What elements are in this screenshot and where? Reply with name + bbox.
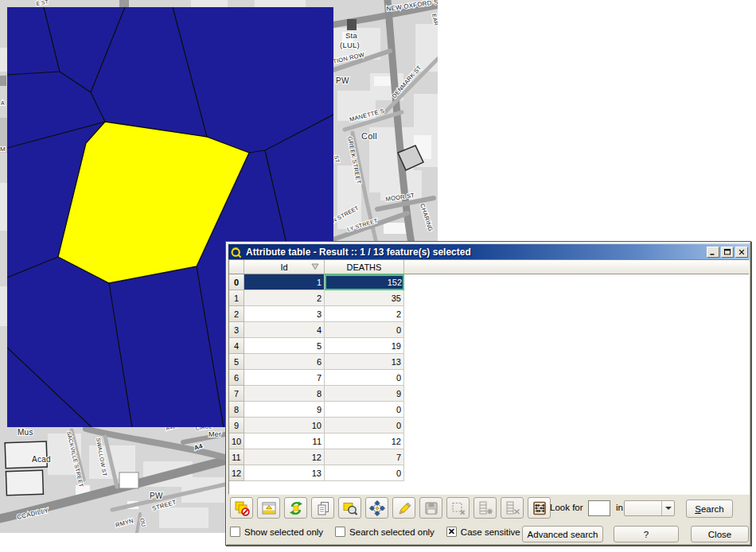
table-row[interactable]: 1235	[229, 290, 749, 306]
show-selected-only-label: Show selected only	[244, 527, 323, 537]
copy-selected-rows-button[interactable]	[311, 497, 334, 519]
table-row[interactable]: 101112	[229, 433, 749, 449]
pan-to-selected-button[interactable]	[365, 497, 388, 519]
deaths-cell[interactable]: 13	[325, 354, 404, 370]
id-cell[interactable]: 7	[244, 370, 325, 386]
row-header-cell[interactable]: 7	[229, 386, 244, 402]
row-header-cell[interactable]: 6	[229, 370, 244, 386]
deaths-cell[interactable]: 0	[325, 370, 404, 386]
pan-to-selected-icon	[369, 500, 385, 516]
move-selected-to-top-button[interactable]	[257, 497, 280, 519]
search-selected-only-checkbox[interactable]	[335, 527, 345, 537]
row-header-cell[interactable]: 11	[229, 449, 244, 465]
deaths-cell[interactable]: 152	[325, 274, 404, 290]
street-label: Mus	[18, 428, 33, 437]
invert-selection-button[interactable]	[284, 497, 307, 519]
table-row[interactable]: 4519	[229, 338, 749, 354]
search-selected-only-option[interactable]: Search selected only	[335, 527, 435, 537]
id-cell[interactable]: 11	[244, 433, 325, 449]
id-cell[interactable]: 5	[244, 338, 325, 354]
attribute-table: Id DEATHS 011521235232340451956136707898…	[228, 259, 750, 495]
minimize-icon	[708, 248, 718, 256]
row-header-cell[interactable]: 3	[229, 322, 244, 338]
toggle-editing-button[interactable]	[392, 497, 415, 519]
id-cell[interactable]: 6	[244, 354, 325, 370]
delete-selected-icon	[450, 500, 466, 516]
close-button[interactable]: Close	[691, 526, 749, 542]
case-sensitive-option[interactable]: ✕Case sensitive	[446, 527, 520, 537]
street-label: Mer	[208, 430, 221, 438]
row-header-cell[interactable]: 2	[229, 306, 244, 322]
field-combobox[interactable]	[624, 500, 675, 516]
delete-column-icon	[505, 500, 520, 516]
id-cell[interactable]: 13	[244, 465, 325, 481]
table-row[interactable]: 890	[229, 402, 749, 418]
deaths-cell[interactable]: 7	[325, 449, 404, 465]
window-titlebar[interactable]: Attribute table - Result :: 1 / 13 featu…	[228, 244, 750, 259]
case-sensitive-checkbox[interactable]: ✕	[446, 527, 457, 537]
minimize-button[interactable]	[707, 247, 719, 258]
row-header-cell[interactable]: 5	[229, 354, 244, 370]
deaths-cell[interactable]: 9	[325, 386, 404, 402]
row-header-cell[interactable]: 0	[229, 274, 244, 290]
deaths-cell[interactable]: 0	[325, 418, 404, 433]
table-row[interactable]: 5613	[229, 354, 749, 370]
table-row[interactable]: 232	[229, 306, 749, 322]
unselect-all-icon	[234, 500, 250, 516]
save-edits-button	[419, 497, 442, 519]
corner-header-cell[interactable]	[229, 260, 244, 274]
table-row[interactable]: 789	[229, 386, 749, 402]
row-header-cell[interactable]: 9	[229, 418, 244, 433]
show-selected-only-option[interactable]: Show selected only	[230, 527, 323, 537]
column-header-deaths[interactable]: DEATHS	[325, 260, 404, 274]
column-header-id[interactable]: Id	[244, 260, 325, 274]
id-cell[interactable]: 2	[244, 290, 325, 306]
id-cell[interactable]: 10	[244, 418, 325, 433]
id-cell[interactable]: 12	[244, 449, 325, 465]
street-label: Sta	[345, 31, 357, 40]
street-label: PW	[336, 76, 349, 85]
deaths-cell[interactable]: 12	[325, 433, 404, 449]
table-row[interactable]: 340	[229, 322, 749, 338]
table-row[interactable]: 12130	[229, 465, 749, 481]
help-button[interactable]: ?	[614, 526, 679, 542]
row-header-cell[interactable]: 8	[229, 402, 244, 418]
zoom-to-selected-icon	[342, 500, 358, 516]
case-sensitive-label: Case sensitive	[461, 527, 520, 537]
in-label: in	[616, 503, 623, 512]
close-window-button[interactable]	[735, 247, 748, 258]
unselect-all-button[interactable]	[230, 497, 253, 519]
search-button[interactable]: Search	[686, 500, 733, 518]
id-cell[interactable]: 1	[244, 274, 325, 290]
table-body: 0115212352323404519561367078989091001011…	[229, 274, 749, 481]
zoom-to-selected-button[interactable]	[338, 497, 361, 519]
field-calculator-button[interactable]	[528, 497, 551, 519]
row-header-cell[interactable]: 12	[229, 465, 244, 481]
save-edits-icon	[423, 500, 439, 516]
chevron-down-icon[interactable]	[661, 501, 674, 515]
row-header-cell[interactable]: 4	[229, 338, 244, 354]
deaths-cell[interactable]: 0	[325, 465, 404, 481]
table-row[interactable]: 9100	[229, 418, 749, 433]
table-row[interactable]: 670	[229, 370, 749, 386]
deaths-cell[interactable]: 0	[325, 322, 404, 338]
deaths-cell[interactable]: 0	[325, 402, 404, 418]
look-for-input[interactable]	[588, 500, 610, 516]
advanced-search-button[interactable]: Advanced search	[522, 526, 603, 542]
deaths-cell[interactable]: 19	[325, 338, 404, 354]
id-cell[interactable]: 9	[244, 402, 325, 418]
id-cell[interactable]: 3	[244, 306, 325, 322]
deaths-cell[interactable]: 2	[325, 306, 404, 322]
maximize-button[interactable]	[721, 247, 734, 258]
row-header-cell[interactable]: 1	[229, 290, 244, 306]
deaths-cell[interactable]: 35	[325, 290, 404, 306]
table-row[interactable]: 11127	[229, 449, 749, 465]
id-cell[interactable]: 4	[244, 322, 325, 338]
table-row[interactable]: 01152	[229, 274, 749, 290]
column-header-id-label: Id	[280, 262, 287, 272]
show-selected-only-checkbox[interactable]	[230, 527, 240, 537]
id-cell[interactable]: 8	[244, 386, 325, 402]
copy-selected-rows-icon	[315, 500, 331, 516]
row-header-cell[interactable]: 10	[229, 433, 244, 449]
street-label: Acad	[32, 455, 51, 464]
